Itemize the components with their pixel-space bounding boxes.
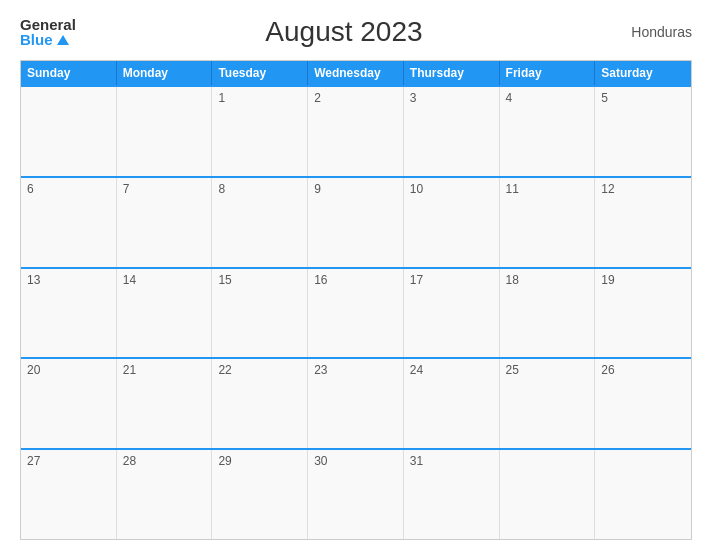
day-header-saturday: Saturday bbox=[595, 61, 691, 85]
day-number: 27 bbox=[27, 454, 110, 468]
week-row-2: 6789101112 bbox=[21, 176, 691, 267]
day-number: 13 bbox=[27, 273, 110, 287]
day-cell: 30 bbox=[308, 450, 404, 539]
country-label: Honduras bbox=[612, 24, 692, 40]
calendar-page: General Blue August 2023 Honduras Sunday… bbox=[0, 0, 712, 550]
day-number: 17 bbox=[410, 273, 493, 287]
day-number: 23 bbox=[314, 363, 397, 377]
day-cell: 20 bbox=[21, 359, 117, 448]
day-number: 11 bbox=[506, 182, 589, 196]
day-cell: 8 bbox=[212, 178, 308, 267]
day-cell: 5 bbox=[595, 87, 691, 176]
day-cell: 12 bbox=[595, 178, 691, 267]
day-cell: 10 bbox=[404, 178, 500, 267]
day-cell: 11 bbox=[500, 178, 596, 267]
day-cell bbox=[21, 87, 117, 176]
day-number: 20 bbox=[27, 363, 110, 377]
day-cell: 9 bbox=[308, 178, 404, 267]
day-number: 12 bbox=[601, 182, 685, 196]
page-title: August 2023 bbox=[265, 16, 422, 48]
page-header: General Blue August 2023 Honduras bbox=[20, 16, 692, 48]
day-number: 25 bbox=[506, 363, 589, 377]
calendar-grid: SundayMondayTuesdayWednesdayThursdayFrid… bbox=[20, 60, 692, 540]
day-cell: 1 bbox=[212, 87, 308, 176]
weeks-container: 1234567891011121314151617181920212223242… bbox=[21, 85, 691, 539]
day-cell: 7 bbox=[117, 178, 213, 267]
day-cell: 23 bbox=[308, 359, 404, 448]
day-header-monday: Monday bbox=[117, 61, 213, 85]
day-number: 10 bbox=[410, 182, 493, 196]
day-number: 3 bbox=[410, 91, 493, 105]
day-cell: 17 bbox=[404, 269, 500, 358]
day-cell: 18 bbox=[500, 269, 596, 358]
day-cell: 3 bbox=[404, 87, 500, 176]
week-row-1: 12345 bbox=[21, 85, 691, 176]
day-header-wednesday: Wednesday bbox=[308, 61, 404, 85]
day-number: 18 bbox=[506, 273, 589, 287]
day-number: 30 bbox=[314, 454, 397, 468]
day-cell: 26 bbox=[595, 359, 691, 448]
day-number: 28 bbox=[123, 454, 206, 468]
days-header-row: SundayMondayTuesdayWednesdayThursdayFrid… bbox=[21, 61, 691, 85]
day-cell: 19 bbox=[595, 269, 691, 358]
day-number: 8 bbox=[218, 182, 301, 196]
day-cell: 15 bbox=[212, 269, 308, 358]
day-number: 7 bbox=[123, 182, 206, 196]
day-header-friday: Friday bbox=[500, 61, 596, 85]
week-row-3: 13141516171819 bbox=[21, 267, 691, 358]
day-cell: 31 bbox=[404, 450, 500, 539]
day-cell bbox=[500, 450, 596, 539]
day-cell: 6 bbox=[21, 178, 117, 267]
week-row-5: 2728293031 bbox=[21, 448, 691, 539]
day-number: 21 bbox=[123, 363, 206, 377]
day-cell: 16 bbox=[308, 269, 404, 358]
logo-blue-text: Blue bbox=[20, 32, 76, 47]
day-cell: 24 bbox=[404, 359, 500, 448]
logo: General Blue bbox=[20, 17, 76, 47]
day-cell: 29 bbox=[212, 450, 308, 539]
logo-triangle-icon bbox=[57, 35, 69, 45]
day-header-thursday: Thursday bbox=[404, 61, 500, 85]
day-number: 14 bbox=[123, 273, 206, 287]
day-cell: 21 bbox=[117, 359, 213, 448]
day-number: 24 bbox=[410, 363, 493, 377]
day-cell: 27 bbox=[21, 450, 117, 539]
week-row-4: 20212223242526 bbox=[21, 357, 691, 448]
day-cell: 13 bbox=[21, 269, 117, 358]
day-number: 4 bbox=[506, 91, 589, 105]
day-cell: 28 bbox=[117, 450, 213, 539]
day-cell: 4 bbox=[500, 87, 596, 176]
day-number: 6 bbox=[27, 182, 110, 196]
day-header-sunday: Sunday bbox=[21, 61, 117, 85]
day-number: 26 bbox=[601, 363, 685, 377]
day-number: 2 bbox=[314, 91, 397, 105]
day-cell: 25 bbox=[500, 359, 596, 448]
day-number: 29 bbox=[218, 454, 301, 468]
day-number: 1 bbox=[218, 91, 301, 105]
day-number: 19 bbox=[601, 273, 685, 287]
logo-general-text: General bbox=[20, 17, 76, 32]
day-cell bbox=[595, 450, 691, 539]
day-number: 16 bbox=[314, 273, 397, 287]
day-cell: 2 bbox=[308, 87, 404, 176]
day-number: 22 bbox=[218, 363, 301, 377]
day-header-tuesday: Tuesday bbox=[212, 61, 308, 85]
day-cell: 22 bbox=[212, 359, 308, 448]
day-cell: 14 bbox=[117, 269, 213, 358]
day-number: 9 bbox=[314, 182, 397, 196]
day-number: 5 bbox=[601, 91, 685, 105]
day-cell bbox=[117, 87, 213, 176]
day-number: 31 bbox=[410, 454, 493, 468]
day-number: 15 bbox=[218, 273, 301, 287]
